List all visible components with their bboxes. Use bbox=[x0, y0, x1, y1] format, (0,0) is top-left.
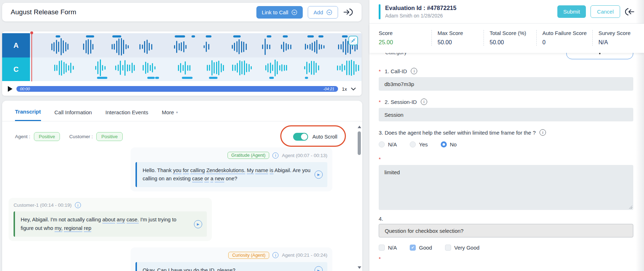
auto-scroll-label: Auto Scroll bbox=[312, 134, 337, 140]
question-3-label: 3. Does the agent help the seller within… bbox=[379, 129, 633, 136]
info-icon[interactable]: i bbox=[540, 129, 546, 136]
required-asterisk: * bbox=[379, 99, 381, 105]
page-title: August Release Form bbox=[11, 8, 76, 16]
score-item: Score 25.00 bbox=[379, 30, 431, 46]
playback-speed[interactable]: 1x bbox=[342, 86, 347, 92]
evaluation-panel: Evaluation Id : #47872215 Adam Smith on … bbox=[369, 0, 644, 271]
score-label: Max Score bbox=[438, 30, 478, 36]
call-id-input[interactable]: db3mo7m3p bbox=[379, 77, 633, 91]
caret-down-icon: ▾ bbox=[176, 110, 178, 114]
option-label: N/A bbox=[388, 245, 397, 251]
comment-textarea[interactable]: limited bbox=[379, 165, 633, 210]
question-text: 2. Session-ID bbox=[385, 99, 417, 105]
option-label: Yes bbox=[419, 141, 428, 147]
tab-label: More bbox=[162, 109, 174, 115]
option-label: Good bbox=[419, 245, 432, 251]
question-5-required-label: * bbox=[379, 256, 633, 262]
seek-bar[interactable]: 00:00 -04:21 bbox=[16, 86, 338, 92]
emotion-badge: Gratitude (Agent) bbox=[228, 152, 270, 159]
play-message-icon[interactable]: ▶ bbox=[315, 266, 323, 271]
playhead-dot bbox=[30, 31, 33, 34]
add-button[interactable]: Add bbox=[308, 6, 338, 19]
waveform-track-agent[interactable]: A bbox=[2, 33, 362, 57]
radio-option-no[interactable]: No bbox=[441, 141, 457, 147]
transcript-card: Transcript Call Information Interaction … bbox=[2, 101, 362, 271]
required-asterisk: * bbox=[379, 256, 381, 262]
radio-option-na[interactable]: N/A bbox=[379, 141, 397, 147]
play-button[interactable] bbox=[8, 86, 12, 92]
question-4-input[interactable]: Question for checkbox selection? bbox=[379, 224, 633, 237]
cancel-button[interactable]: Cancel bbox=[591, 5, 620, 18]
expand-panel-icon[interactable] bbox=[625, 7, 635, 16]
collapse-left-panel-icon[interactable] bbox=[343, 7, 353, 17]
play-message-icon[interactable]: ▶ bbox=[315, 171, 323, 179]
tab-label: Call Information bbox=[55, 109, 92, 115]
transcript-scrollbar bbox=[357, 124, 362, 271]
chevron-down-icon[interactable] bbox=[351, 87, 356, 91]
playhead-marker[interactable] bbox=[31, 33, 32, 81]
score-value: 50.00 bbox=[490, 39, 531, 46]
message-agent-2: Curiosity (Agent) i Agent (00:21 - 00:24… bbox=[131, 247, 332, 271]
checkbox-checked-icon: ✔ bbox=[410, 245, 416, 251]
checkbox-option-good[interactable]: ✔Good bbox=[410, 245, 432, 251]
clipped-pill-button[interactable] bbox=[566, 53, 633, 59]
tab-interaction-events[interactable]: Interaction Events bbox=[106, 109, 148, 121]
scroll-down-arrow[interactable] bbox=[358, 266, 361, 269]
checkbox-icon bbox=[445, 245, 451, 251]
waveform-track-customer[interactable]: C bbox=[2, 57, 362, 81]
app: August Release Form Link to Call Add A bbox=[0, 0, 644, 271]
option-label: N/A bbox=[388, 141, 397, 147]
session-id-input[interactable]: Session bbox=[379, 108, 633, 121]
tab-label: Interaction Events bbox=[106, 109, 148, 115]
evaluation-header: Evaluation Id : #47872215 Adam Smith on … bbox=[369, 0, 644, 24]
evaluator-subtitle: Adam Smith on 1/28/2026 bbox=[385, 13, 456, 19]
submit-button[interactable]: Submit bbox=[557, 5, 586, 18]
radio-selected-icon bbox=[441, 141, 447, 147]
score-label: Survey Score bbox=[598, 30, 630, 36]
collapse-waveform-icon[interactable] bbox=[348, 36, 358, 45]
tab-call-information[interactable]: Call Information bbox=[55, 109, 92, 121]
dot-icon bbox=[599, 53, 600, 54]
link-to-call-label: Link to Call bbox=[262, 9, 288, 15]
link-to-call-button[interactable]: Link to Call bbox=[256, 6, 303, 19]
clipped-section-label: Category bbox=[385, 53, 407, 55]
info-icon[interactable]: i bbox=[421, 99, 427, 105]
resize-handle[interactable] bbox=[628, 205, 632, 209]
scrollbar-thumb[interactable] bbox=[358, 131, 361, 155]
evaluation-titles: Evaluation Id : #47872215 Adam Smith on … bbox=[385, 5, 456, 19]
checkbox-option-na[interactable]: N/A bbox=[379, 245, 397, 251]
option-label: No bbox=[450, 141, 457, 147]
survey-score-item: Survey Score N/A bbox=[592, 30, 636, 46]
message-meta: Customer-1 (00:14 - 00:19) bbox=[14, 202, 72, 208]
tab-transcript[interactable]: Transcript bbox=[15, 109, 41, 121]
customer-sentiment-label: Customer : bbox=[69, 134, 93, 139]
tab-more[interactable]: More▾ bbox=[162, 109, 178, 121]
message-bubble: Okay. Can I have you do the ID, please? … bbox=[136, 262, 327, 271]
info-icon[interactable]: i bbox=[75, 202, 81, 208]
question-3-options: N/A Yes No bbox=[379, 141, 633, 147]
message-meta: Agent (00:07 - 00:13) bbox=[282, 153, 327, 158]
total-score-item: Total Score (%) 50.00 bbox=[484, 30, 536, 46]
score-value: 0 bbox=[542, 39, 587, 46]
info-icon[interactable]: i bbox=[272, 152, 278, 159]
comment-required-label: * bbox=[379, 156, 633, 162]
question-text: 3. Does the agent help the seller within… bbox=[379, 130, 536, 136]
scroll-up-arrow[interactable] bbox=[358, 126, 361, 128]
checkbox-option-very-good[interactable]: Very Good bbox=[445, 245, 480, 251]
emotion-badge: Curiosity (Agent) bbox=[228, 252, 269, 259]
radio-option-yes[interactable]: Yes bbox=[410, 141, 428, 147]
divider bbox=[2, 121, 362, 121]
evaluation-actions: Submit Cancel bbox=[557, 5, 635, 18]
message-bubble: Hello. Thank you for calling Zendeskolut… bbox=[136, 162, 327, 187]
accent-bar bbox=[379, 4, 380, 19]
transcript-messages: Gratitude (Agent) i Agent (00:07 - 00:13… bbox=[2, 147, 362, 271]
message-header: Gratitude (Agent) i Agent (00:07 - 00:13… bbox=[136, 152, 327, 159]
question-1-label: * 1. Call-ID i bbox=[379, 68, 633, 74]
play-message-icon[interactable]: ▶ bbox=[194, 220, 202, 228]
info-icon[interactable]: i bbox=[411, 68, 417, 74]
form-header-card: August Release Form Link to Call Add bbox=[2, 3, 362, 21]
agent-sentiment-label: Agent : bbox=[15, 134, 30, 139]
score-label: Score bbox=[379, 30, 426, 36]
auto-scroll-toggle[interactable] bbox=[293, 133, 308, 141]
info-icon[interactable]: i bbox=[272, 252, 278, 258]
